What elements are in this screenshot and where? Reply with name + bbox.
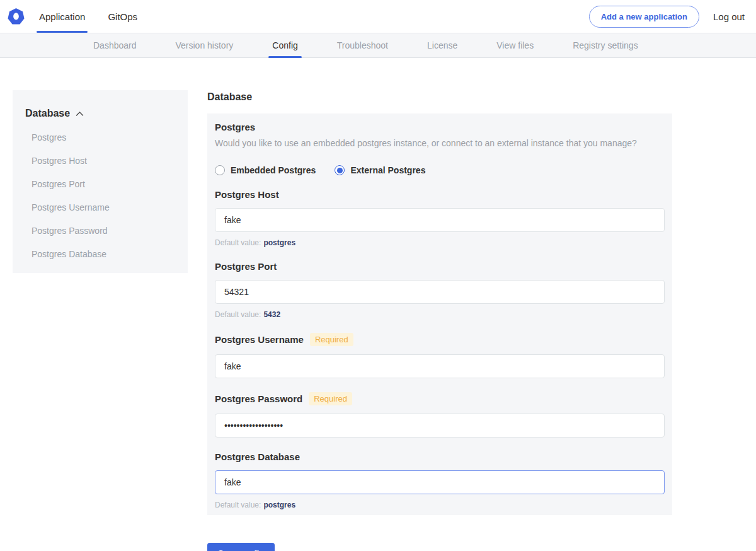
top-nav: Application GitOps Add a new application… [0,0,756,33]
tab-application[interactable]: Application [30,0,94,33]
sidebar-item-postgres-host[interactable]: Postgres Host [32,156,175,166]
tab-application-label: Application [39,11,85,22]
postgres-username-input[interactable] [215,354,665,378]
chevron-up-icon [76,111,84,117]
radio-unchecked-icon [215,165,225,175]
required-badge: Required [309,392,352,405]
field-postgres-host-label: Postgres Host [215,189,279,200]
radio-checked-icon [335,165,345,175]
logout-link[interactable]: Log out [713,11,745,22]
app-sub-nav: Dashboard Version history Config Trouble… [0,33,756,58]
default-value: postgres [263,501,295,509]
default-value: postgres [263,238,295,247]
field-postgres-port-label: Postgres Port [215,261,277,272]
config-sidebar: Database Postgres Postgres Host Postgres… [13,90,188,273]
section-title: Database [207,91,672,103]
sidebar-item-postgres-port[interactable]: Postgres Port [32,179,175,189]
sidebar-item-postgres-password[interactable]: Postgres Password [32,226,175,236]
field-postgres-password-label: Postgres Password [215,393,302,404]
sidebar-item-postgres-username[interactable]: Postgres Username [32,202,175,212]
field-postgres-port-helper: Default value:5432 [215,310,665,319]
required-badge: Required [310,333,353,346]
save-config-button[interactable]: Save config [207,543,275,551]
sidebar-item-postgres[interactable]: Postgres [32,132,175,142]
config-main: Database Postgres Would you like to use … [207,91,672,551]
add-new-application-button[interactable]: Add a new application [589,6,699,28]
default-value: 5432 [263,310,280,319]
postgres-type-radio-group: Embedded Postgres External Postgres [215,165,665,175]
field-postgres-database-label: Postgres Database [215,451,300,462]
sidebar-group-label: Database [25,108,70,119]
subnav-registry-settings[interactable]: Registry settings [573,33,638,57]
top-nav-right: Add a new application Log out [589,6,756,28]
radio-external-postgres[interactable]: External Postgres [335,165,425,175]
radio-embedded-postgres[interactable]: Embedded Postgres [215,165,316,175]
subnav-version-history[interactable]: Version history [176,33,234,57]
tab-gitops[interactable]: GitOps [99,0,146,33]
sidebar-group-database[interactable]: Database [25,108,175,119]
sidebar-item-postgres-database[interactable]: Postgres Database [32,249,175,259]
sidebar-items: Postgres Postgres Host Postgres Port Pos… [25,132,175,259]
field-postgres-host-helper: Default value:postgres [215,238,665,247]
postgres-port-input[interactable] [215,280,665,304]
field-postgres-database-helper: Default value:postgres [215,501,665,509]
postgres-host-input[interactable] [215,208,665,232]
field-postgres-username: Postgres Username Required [215,333,665,378]
radio-embedded-postgres-label: Embedded Postgres [231,165,316,175]
subnav-dashboard[interactable]: Dashboard [93,33,137,57]
field-postgres-username-label: Postgres Username [215,334,304,345]
subnav-view-files[interactable]: View files [496,33,534,57]
config-group-panel: Postgres Would you like to use an embedd… [207,113,672,515]
field-postgres-port: Postgres Port Default value:5432 [215,261,665,319]
tab-gitops-label: GitOps [108,11,137,22]
top-tabs: Application GitOps [30,0,151,33]
subnav-troubleshoot[interactable]: Troubleshoot [337,33,388,57]
radio-external-postgres-label: External Postgres [350,165,425,175]
group-description: Would you like to use an embedded postgr… [215,138,665,148]
field-postgres-database: Postgres Database Default value:postgres [215,451,665,509]
subnav-config[interactable]: Config [272,33,297,57]
postgres-password-input[interactable] [215,414,665,438]
app-logo-icon[interactable] [1,8,30,25]
field-postgres-password: Postgres Password Required [215,392,665,438]
field-postgres-host: Postgres Host Default value:postgres [215,189,665,247]
postgres-database-input[interactable] [215,470,665,494]
subnav-license[interactable]: License [427,33,457,57]
group-label: Postgres [215,122,665,132]
